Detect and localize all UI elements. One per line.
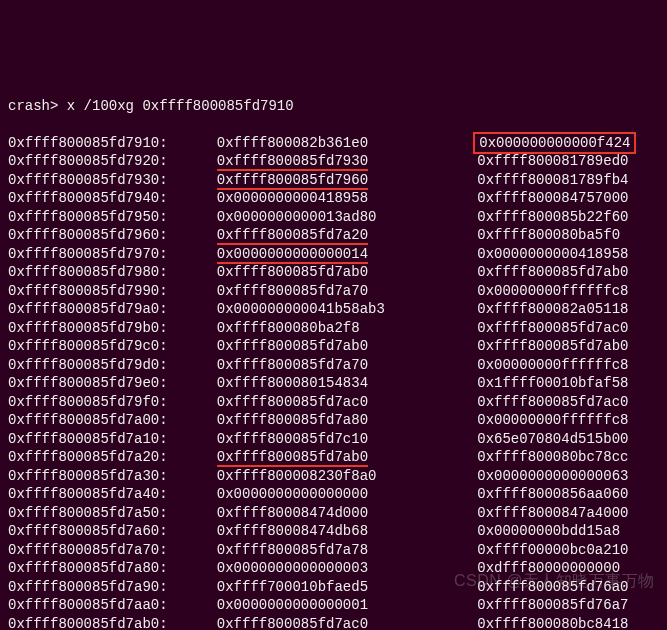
row-col1: 0xffff800085fd7ac0 [217,615,427,631]
row-col1: 0xffff800085fd7a20 [217,226,427,245]
command-text: x /100xg 0xffff800085fd7910 [67,98,294,114]
row-address: 0xffff800085fd7a20: [8,448,158,467]
row-col1: 0xffff800085fd7ab0 [217,337,427,356]
row-col1: 0xffff800085fd7ab0 [217,448,427,467]
memory-row: 0xffff800085fd7990: 0xffff800085fd7a70 0… [8,282,659,301]
row-col1: 0x0000000000000001 [217,596,427,615]
row-col2: 0x00000000bdd15a8 [477,523,620,539]
row-address: 0xffff800085fd7980: [8,263,158,282]
row-col1: 0xffff800080154834 [217,374,427,393]
row-col2: 0x0000000000418958 [477,246,628,262]
row-col1: 0x0000000000000014 [217,245,427,264]
row-col1: 0xffff700010bfaed5 [217,578,427,597]
row-col2: 0xffff800085fd7ac0 [477,394,628,410]
row-col2: 0x000000000000f424 [477,135,636,151]
row-col1: 0xffff800085fd7a70 [217,356,427,375]
row-col1: 0xffff800082b361e0 [217,134,427,153]
row-col2: 0xffff800081789fb4 [477,172,628,188]
row-col2: 0xffff8000856aa060 [477,486,628,502]
row-address: 0xffff800085fd7a80: [8,559,158,578]
terminal-output: crash> x /100xg 0xffff800085fd7910 0xfff… [8,78,659,630]
memory-row: 0xffff800085fd79c0: 0xffff800085fd7ab0 0… [8,337,659,356]
memory-row: 0xffff800085fd7aa0: 0x0000000000000001 0… [8,596,659,615]
row-address: 0xffff800085fd7a10: [8,430,158,449]
row-address: 0xffff800085fd7a90: [8,578,158,597]
row-col1: 0xffff800085fd7a70 [217,282,427,301]
row-address: 0xffff800085fd7a40: [8,485,158,504]
memory-row: 0xffff800085fd79e0: 0xffff800080154834 0… [8,374,659,393]
row-address: 0xffff800085fd79a0: [8,300,158,319]
row-address: 0xffff800085fd7950: [8,208,158,227]
memory-row: 0xffff800085fd7950: 0x0000000000013ad80 … [8,208,659,227]
row-col2: 0xffff00000bc0a210 [477,542,628,558]
memory-row: 0xffff800085fd79b0: 0xffff800080ba2f8 0x… [8,319,659,338]
memory-row: 0xffff800085fd7910: 0xffff800082b361e0 0… [8,134,659,153]
row-col1: 0xffff800008230f8a0 [217,467,427,486]
memory-row: 0xffff800085fd7a60: 0xffff80008474db68 0… [8,522,659,541]
row-col2: 0xffff800085fd7ac0 [477,320,628,336]
row-col1: 0xffff800085fd7c10 [217,430,427,449]
row-col2: 0xffff800081789ed0 [477,153,628,169]
row-col1: 0xffff800085fd7a78 [217,541,427,560]
memory-row: 0xffff800085fd7a50: 0xffff80008474d000 0… [8,504,659,523]
row-col1: 0xffff80008474db68 [217,522,427,541]
memory-row: 0xffff800085fd7a70: 0xffff800085fd7a78 0… [8,541,659,560]
memory-row: 0xffff800085fd79a0: 0x000000000041b58ab3… [8,300,659,319]
row-col2: 0xffff800084757000 [477,190,628,206]
memory-row: 0xffff800085fd7a10: 0xffff800085fd7c10 0… [8,430,659,449]
row-col2: 0x00000000ffffffc8 [477,357,628,373]
row-col2: 0x0000000000000063 [477,468,628,484]
row-address: 0xffff800085fd7940: [8,189,158,208]
memory-row: 0xffff800085fd7920: 0xffff800085fd7930 0… [8,152,659,171]
memory-row: 0xffff800085fd79f0: 0xffff800085fd7ac0 0… [8,393,659,412]
watermark: CSDN @无人知晓万事万物 [454,572,655,591]
row-address: 0xffff800085fd7970: [8,245,158,264]
command-line[interactable]: crash> x /100xg 0xffff800085fd7910 [8,97,659,116]
memory-row: 0xffff800085fd7970: 0x0000000000000014 0… [8,245,659,264]
row-col1: 0xffff800085fd7960 [217,171,427,190]
row-address: 0xffff800085fd79e0: [8,374,158,393]
memory-row: 0xffff800085fd7ab0: 0xffff800085fd7ac0 0… [8,615,659,631]
row-address: 0xffff800085fd7a60: [8,522,158,541]
memory-row: 0xffff800085fd7a40: 0x0000000000000000 0… [8,485,659,504]
memory-row: 0xffff800085fd7a00: 0xffff800085fd7a80 0… [8,411,659,430]
row-address: 0xffff800085fd79f0: [8,393,158,412]
row-col2: 0xffff800085b22f60 [477,209,628,225]
row-col2: 0x1ffff00010bfaf58 [477,375,628,391]
row-address: 0xffff800085fd7930: [8,171,158,190]
row-col2: 0xffff800085fd7ab0 [477,338,628,354]
row-address: 0xffff800085fd7a00: [8,411,158,430]
row-col2: 0x00000000ffffffc8 [477,412,628,428]
row-address: 0xffff800085fd7920: [8,152,158,171]
memory-row: 0xffff800085fd7a30: 0xffff800008230f8a0 … [8,467,659,486]
row-address: 0xffff800085fd7a30: [8,467,158,486]
row-address: 0xffff800085fd79b0: [8,319,158,338]
row-col2: 0xffff8000847a4000 [477,505,628,521]
row-col2: 0xffff800085fd76a7 [477,597,628,613]
prompt: crash> [8,98,67,114]
row-address: 0xffff800085fd7aa0: [8,596,158,615]
row-col1: 0xffff800080ba2f8 [217,319,427,338]
row-col1: 0xffff800085fd7a80 [217,411,427,430]
row-col1: 0x0000000000000003 [217,559,427,578]
memory-row: 0xffff800085fd7940: 0x0000000000418958 0… [8,189,659,208]
row-col2: 0xffff800082a05118 [477,301,628,317]
row-col1: 0x0000000000013ad80 [217,208,427,227]
memory-row: 0xffff800085fd79d0: 0xffff800085fd7a70 0… [8,356,659,375]
row-address: 0xffff800085fd79c0: [8,337,158,356]
memory-row: 0xffff800085fd7960: 0xffff800085fd7a20 0… [8,226,659,245]
memory-row: 0xffff800085fd7980: 0xffff800085fd7ab0 0… [8,263,659,282]
row-col2: 0xffff800080ba5f0 [477,227,620,243]
memory-row: 0xffff800085fd7930: 0xffff800085fd7960 0… [8,171,659,190]
row-address: 0xffff800085fd7a50: [8,504,158,523]
row-address: 0xffff800085fd7960: [8,226,158,245]
row-address: 0xffff800085fd7910: [8,134,158,153]
memory-row: 0xffff800085fd7a20: 0xffff800085fd7ab0 0… [8,448,659,467]
row-address: 0xffff800085fd79d0: [8,356,158,375]
row-col2: 0x00000000ffffffc8 [477,283,628,299]
row-col1: 0xffff800085fd7ab0 [217,263,427,282]
row-address: 0xffff800085fd7990: [8,282,158,301]
row-address: 0xffff800085fd7ab0: [8,615,158,631]
row-col2: 0xffff800080bc78cc [477,449,628,465]
row-col2: 0xffff800080bc8418 [477,616,628,631]
